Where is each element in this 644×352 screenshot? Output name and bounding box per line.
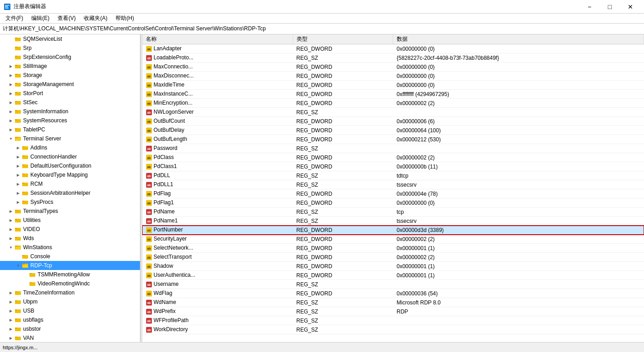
tree-item-srpextensionconfig[interactable]: SrpExtensionConfig [0, 53, 140, 62]
expand-icon-keyboardtypemapping[interactable] [14, 171, 22, 178]
table-row[interactable]: abPdFlagREG_DWORD0x0000004e (78) [142, 189, 644, 198]
tree-item-videoremotingwindc[interactable]: VideoRemotingWindc [0, 279, 140, 288]
maximize-button[interactable]: □ [600, 0, 620, 14]
tree-item-ubpm[interactable]: Ubpm [0, 297, 140, 306]
table-row[interactable]: abPdName1REG_SZtssecsrv [142, 217, 644, 226]
tree-item-tsmmremotingallow[interactable]: TSMMRemotingAllow [0, 270, 140, 279]
tree-item-stillimage[interactable]: StillImage [0, 62, 140, 71]
table-row[interactable]: abWdNameREG_SZMicrosoft RDP 8.0 [142, 298, 644, 307]
table-row[interactable]: abLoadableProto...REG_SZ{5828227c-20cf-4… [142, 53, 644, 63]
table-row[interactable]: abPdClass1REG_DWORD0x0000000b (11) [142, 162, 644, 171]
table-row[interactable]: abUserAuthentica...REG_DWORD0x00000001 (… [142, 271, 644, 280]
expand-icon-storage[interactable] [7, 72, 14, 79]
table-row[interactable]: abPdDLL1REG_SZtssecsrv [142, 180, 644, 189]
expand-icon-srp[interactable] [7, 44, 14, 52]
table-row[interactable]: abShadowREG_DWORD0x00000001 (1) [142, 262, 644, 271]
tree-item-sessionarbitrationhelper[interactable]: SessionArbitrationHelper [0, 188, 140, 198]
expand-icon-systeminformation[interactable] [7, 108, 14, 115]
expand-icon-systemresources[interactable] [7, 117, 14, 124]
tree-item-usbflags[interactable]: usbflags [0, 315, 140, 324]
tree-item-defaultuserconfiguration[interactable]: DefaultUserConfiguration [0, 161, 140, 170]
expand-icon-tsmmremotingallow[interactable] [22, 271, 29, 278]
tree-item-sysprocs[interactable]: SysProcs [0, 198, 140, 207]
expand-icon-storport[interactable] [7, 90, 14, 97]
tree-item-terminalserver[interactable]: Terminal Server [0, 134, 140, 143]
expand-icon-stsec[interactable] [7, 99, 14, 106]
tree-item-storagemanagement[interactable]: StorageManagement [0, 80, 140, 89]
expand-icon-video[interactable] [7, 226, 14, 233]
expand-icon-ubpm[interactable] [7, 298, 14, 305]
expand-icon-rcm[interactable] [14, 180, 22, 188]
table-row[interactable]: abMaxDisconnec...REG_DWORD0x00000000 (0) [142, 72, 644, 81]
tree-item-srp[interactable]: Srp [0, 43, 140, 53]
tree-item-connectionhandler[interactable]: ConnectionHandler [0, 152, 140, 161]
table-row[interactable]: abWdFlagREG_DWORD0x00000036 (54) [142, 289, 644, 298]
expand-icon-wds[interactable] [7, 235, 14, 242]
expand-icon-videoremotingwindc[interactable] [22, 280, 29, 287]
close-button[interactable]: ✕ [620, 0, 640, 14]
tree-item-utilities[interactable]: Utilities [0, 216, 140, 225]
table-row[interactable]: abSecurityLayerREG_DWORD0x00000002 (2) [142, 235, 644, 244]
table-row[interactable]: abMaxConnectio...REG_DWORD0x00000000 (0) [142, 63, 644, 72]
tree-panel[interactable]: SQMServiceListSrpSrpExtensionConfigStill… [0, 34, 140, 342]
tree-item-addins[interactable]: AddIns [0, 143, 140, 152]
tree-item-console[interactable]: Console [0, 252, 140, 261]
expand-icon-tabletpc[interactable] [7, 126, 14, 133]
table-row[interactable]: abMaxInstanceC...REG_DWORD0xffffffff (42… [142, 90, 644, 99]
table-row[interactable]: abPdNameREG_SZtcp [142, 207, 644, 217]
expand-icon-van[interactable] [7, 334, 14, 342]
tree-item-wds[interactable]: Wds [0, 234, 140, 243]
tree-item-storport[interactable]: StorPort [0, 89, 140, 98]
expand-icon-sqmservicelist[interactable] [7, 35, 14, 43]
table-row[interactable]: abUsernameREG_SZ [142, 280, 644, 289]
tree-item-usb[interactable]: USB [0, 306, 140, 315]
table-row[interactable]: abWorkDirectoryREG_SZ [142, 325, 644, 334]
table-row[interactable]: abWdPrefixREG_SZRDP [142, 307, 644, 316]
expand-icon-terminalserver[interactable] [7, 135, 14, 142]
expand-icon-addins[interactable] [14, 144, 22, 151]
expand-icon-connectionhandler[interactable] [14, 153, 22, 160]
menu-item-a[interactable]: 收藏夹(A) [80, 14, 111, 23]
table-row[interactable]: abLanAdapterREG_DWORD0x00000000 (0) [142, 44, 644, 53]
tree-item-storage[interactable]: Storage [0, 71, 140, 80]
table-row[interactable]: abMaxIdleTimeREG_DWORD0x00000000 (0) [142, 81, 644, 90]
tree-item-sqmservicelist[interactable]: SQMServiceList [0, 34, 140, 43]
table-row[interactable]: abPdClassREG_DWORD0x00000002 (2) [142, 153, 644, 162]
expand-icon-sysprocs[interactable] [14, 198, 22, 206]
tree-item-stsec[interactable]: StSec [0, 98, 140, 107]
expand-icon-storagemanagement[interactable] [7, 81, 14, 88]
tree-item-winstations[interactable]: WinStations [0, 243, 140, 252]
expand-icon-console[interactable] [14, 253, 22, 260]
expand-icon-timezoneinformation[interactable] [7, 289, 14, 296]
expand-icon-usbstor[interactable] [7, 325, 14, 333]
table-row[interactable]: abPdDLLREG_SZtdtcp [142, 171, 644, 180]
expand-icon-rdp-tcp[interactable] [14, 262, 22, 269]
table-row[interactable]: abSelectTransportREG_DWORD0x00000002 (2) [142, 253, 644, 262]
menu-item-f[interactable]: 文件(F) [2, 14, 27, 23]
tree-item-keyboardtypemapping[interactable]: KeyboardType Mapping [0, 170, 140, 179]
table-row[interactable]: abSelectNetwork...REG_DWORD0x00000001 (1… [142, 244, 644, 253]
menu-item-e[interactable]: 编辑(E) [28, 14, 53, 23]
table-row[interactable]: abOutBufDelayREG_DWORD0x00000064 (100) [142, 126, 644, 135]
table-row[interactable]: abPasswordREG_SZ [142, 144, 644, 153]
expand-icon-defaultuserconfiguration[interactable] [14, 162, 22, 169]
expand-icon-usbflags[interactable] [7, 316, 14, 323]
table-row[interactable]: abOutBufCountREG_DWORD0x00000006 (6) [142, 117, 644, 126]
table-row[interactable]: abWFProfilePathREG_SZ [142, 316, 644, 325]
menu-item-h[interactable]: 帮助(H) [112, 14, 138, 23]
tree-item-video[interactable]: VIDEO [0, 225, 140, 234]
expand-icon-usb[interactable] [7, 307, 14, 314]
table-row[interactable]: abPdFlag1REG_DWORD0x00000000 (0) [142, 198, 644, 207]
tree-item-rdp-tcp[interactable]: RDP-Tcp [0, 261, 140, 270]
expand-icon-sessionarbitrationhelper[interactable] [14, 189, 22, 197]
expand-icon-srpextensionconfig[interactable] [7, 53, 14, 61]
table-row[interactable]: abMinEncryption...REG_DWORD0x00000002 (2… [142, 99, 644, 108]
minimize-button[interactable]: − [579, 0, 600, 14]
tree-item-van[interactable]: VAN [0, 333, 140, 342]
menu-item-v[interactable]: 查看(V) [54, 14, 79, 23]
tree-item-tabletpc[interactable]: TabletPC [0, 125, 140, 134]
tree-item-rcm[interactable]: RCM [0, 179, 140, 188]
expand-icon-utilities[interactable] [7, 217, 14, 224]
expand-icon-stillimage[interactable] [7, 63, 14, 70]
tree-item-terminaltypes[interactable]: TerminalTypes [0, 207, 140, 216]
